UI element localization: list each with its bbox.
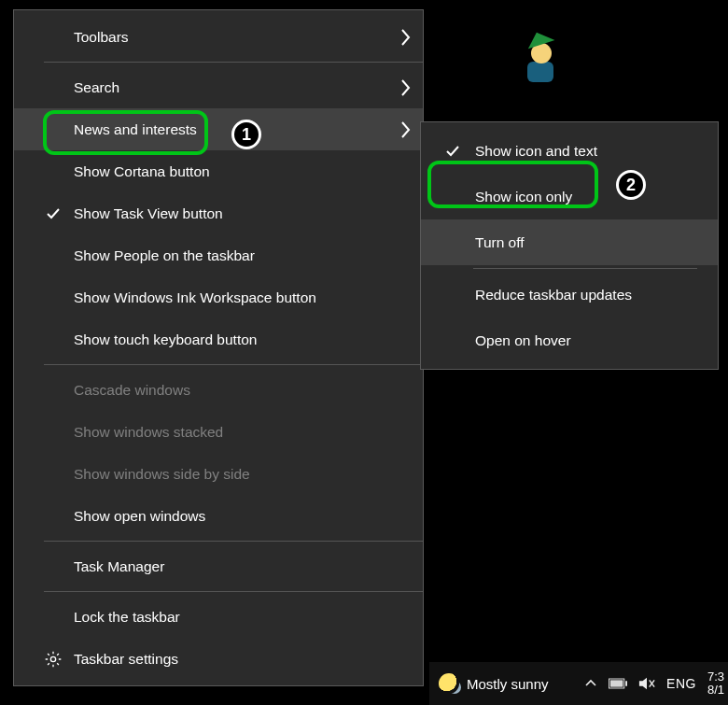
language-indicator[interactable]: ENG	[666, 676, 696, 691]
checkmark-icon	[443, 142, 462, 161]
menu-item-label: Taskbar settings	[74, 651, 178, 668]
menu-item-label: Task Manager	[74, 558, 164, 575]
menu-item-label: Lock the taskbar	[74, 609, 180, 626]
menu-item-label: Show People on the taskbar	[74, 247, 255, 264]
menu-item-label: Open on hover	[475, 332, 571, 349]
submenu-item-reduce-updates[interactable]: Reduce taskbar updates	[421, 272, 718, 317]
volume-muted-icon[interactable]	[638, 675, 655, 692]
chevron-right-icon	[400, 78, 412, 97]
menu-item-label: Search	[74, 79, 119, 96]
menu-item-show-task-view-button[interactable]: Show Task View button	[14, 192, 423, 234]
news-and-interests-widget[interactable]: Mostly sunny	[439, 673, 549, 694]
menu-separator	[473, 268, 697, 269]
svg-rect-2	[625, 681, 627, 685]
submenu-item-turn-off[interactable]: Turn off	[421, 219, 718, 265]
menu-item-label: Turn off	[475, 234, 525, 251]
menu-item-label: Show touch keyboard button	[74, 331, 257, 348]
menu-item-search[interactable]: Search	[14, 66, 423, 108]
news-and-interests-submenu: Show icon and text Show icon only Turn o…	[420, 121, 719, 370]
menu-item-show-people[interactable]: Show People on the taskbar	[14, 234, 423, 276]
taskbar-context-menu: Toolbars Search News and interests Show …	[13, 9, 424, 686]
submenu-item-show-icon-and-text[interactable]: Show icon and text	[421, 128, 718, 174]
svg-point-0	[50, 656, 55, 661]
system-tray: ENG 7:3 8/1	[584, 670, 728, 697]
menu-item-show-ink-workspace[interactable]: Show Windows Ink Workspace button	[14, 276, 423, 318]
tray-overflow-chevron-icon[interactable]	[584, 677, 597, 690]
menu-item-label: Show windows stacked	[74, 424, 223, 441]
menu-item-show-touch-keyboard[interactable]: Show touch keyboard button	[14, 318, 423, 360]
menu-item-label: News and interests	[74, 121, 197, 138]
clock-time: 7:3	[707, 670, 724, 684]
menu-item-label: Show Windows Ink Workspace button	[74, 289, 316, 306]
battery-icon[interactable]	[609, 677, 627, 690]
menu-item-label: Show open windows	[74, 508, 205, 525]
menu-item-show-windows-side-by-side: Show windows side by side	[14, 453, 423, 495]
menu-item-label: Toolbars	[74, 29, 129, 46]
taskbar: Mostly sunny ENG 7:3 8/1	[429, 662, 728, 705]
menu-item-show-open-windows[interactable]: Show open windows	[14, 495, 423, 537]
menu-item-toolbars[interactable]: Toolbars	[14, 16, 423, 58]
weather-icon	[439, 673, 459, 694]
weather-label: Mostly sunny	[467, 676, 549, 692]
menu-item-lock-taskbar[interactable]: Lock the taskbar	[14, 596, 423, 638]
menu-item-label: Show Cortana button	[74, 163, 210, 180]
menu-separator	[44, 364, 423, 365]
checkmark-icon	[44, 204, 63, 223]
menu-item-label: Show icon and text	[475, 143, 597, 160]
menu-item-label: Show Task View button	[74, 205, 223, 222]
menu-item-task-manager[interactable]: Task Manager	[14, 545, 423, 587]
clock-date: 8/1	[707, 684, 724, 697]
clock[interactable]: 7:3 8/1	[707, 670, 724, 697]
submenu-item-open-on-hover[interactable]: Open on hover	[421, 317, 718, 363]
menu-item-taskbar-settings[interactable]: Taskbar settings	[14, 638, 423, 680]
menu-item-news-and-interests[interactable]: News and interests	[14, 108, 423, 150]
menu-item-label: Reduce taskbar updates	[475, 287, 632, 303]
menu-item-label: Show icon only	[475, 189, 572, 205]
gear-icon	[44, 650, 63, 669]
assistant-avatar	[518, 34, 563, 82]
menu-separator	[44, 62, 423, 63]
chevron-right-icon	[400, 28, 412, 47]
submenu-item-show-icon-only[interactable]: Show icon only	[421, 174, 718, 219]
menu-item-label: Show windows side by side	[74, 466, 250, 483]
menu-item-cascade-windows: Cascade windows	[14, 369, 423, 411]
menu-item-show-windows-stacked: Show windows stacked	[14, 411, 423, 453]
svg-rect-3	[610, 680, 623, 686]
chevron-right-icon	[400, 120, 412, 139]
menu-separator	[44, 591, 423, 592]
menu-item-label: Cascade windows	[74, 382, 190, 399]
menu-separator	[44, 541, 423, 542]
menu-item-show-cortana-button[interactable]: Show Cortana button	[14, 150, 423, 192]
